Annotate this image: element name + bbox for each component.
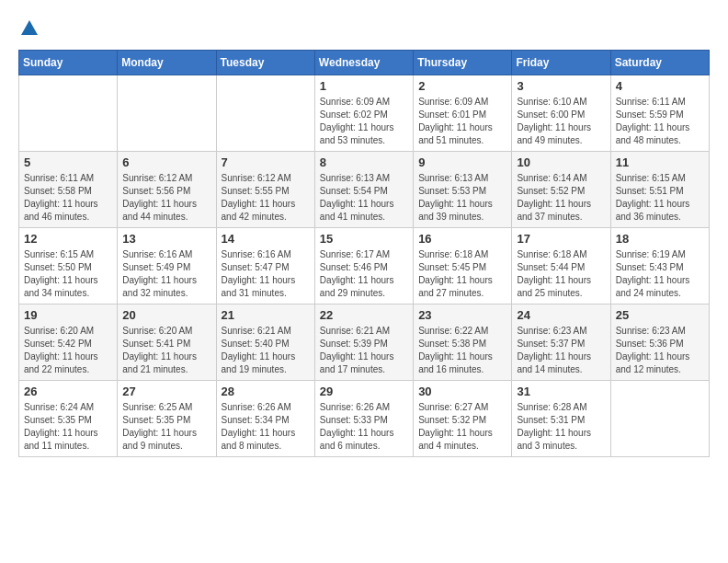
calendar-week-row: 5Sunrise: 6:11 AMSunset: 5:58 PMDaylight… — [19, 152, 710, 228]
day-number: 13 — [122, 232, 210, 246]
day-number: 15 — [320, 232, 408, 246]
svg-marker-0 — [21, 20, 38, 35]
calendar-cell: 20Sunrise: 6:20 AMSunset: 5:41 PMDayligh… — [118, 304, 216, 381]
calendar-week-row: 26Sunrise: 6:24 AMSunset: 5:35 PMDayligh… — [19, 381, 710, 457]
day-info: Sunrise: 6:09 AMSunset: 6:02 PMDaylight:… — [320, 96, 408, 147]
calendar-cell: 26Sunrise: 6:24 AMSunset: 5:35 PMDayligh… — [19, 381, 118, 457]
day-info: Sunrise: 6:13 AMSunset: 5:53 PMDaylight:… — [418, 172, 506, 224]
calendar-cell: 28Sunrise: 6:26 AMSunset: 5:34 PMDayligh… — [216, 381, 314, 457]
calendar-cell: 24Sunrise: 6:23 AMSunset: 5:37 PMDayligh… — [512, 304, 610, 381]
day-info: Sunrise: 6:13 AMSunset: 5:54 PMDaylight:… — [320, 172, 408, 224]
calendar-header-row: SundayMondayTuesdayWednesdayThursdayFrid… — [19, 51, 710, 75]
day-of-week-header: Saturday — [610, 51, 709, 75]
day-number: 26 — [24, 385, 112, 398]
day-number: 27 — [122, 385, 210, 398]
calendar-cell: 29Sunrise: 6:26 AMSunset: 5:33 PMDayligh… — [314, 381, 413, 457]
day-info: Sunrise: 6:17 AMSunset: 5:46 PMDaylight:… — [320, 248, 408, 300]
day-number: 9 — [418, 155, 506, 169]
calendar-cell: 7Sunrise: 6:12 AMSunset: 5:55 PMDaylight… — [216, 152, 314, 228]
calendar-cell: 27Sunrise: 6:25 AMSunset: 5:35 PMDayligh… — [118, 381, 216, 457]
day-number: 8 — [320, 155, 408, 169]
page-header — [18, 18, 710, 35]
calendar-cell: 12Sunrise: 6:15 AMSunset: 5:50 PMDayligh… — [19, 228, 118, 304]
calendar-cell: 23Sunrise: 6:22 AMSunset: 5:38 PMDayligh… — [414, 304, 512, 381]
day-number: 14 — [222, 232, 310, 246]
day-info: Sunrise: 6:21 AMSunset: 5:40 PMDaylight:… — [222, 325, 310, 376]
day-info: Sunrise: 6:15 AMSunset: 5:51 PMDaylight:… — [616, 172, 704, 224]
day-info: Sunrise: 6:23 AMSunset: 5:37 PMDaylight:… — [517, 325, 605, 376]
day-info: Sunrise: 6:12 AMSunset: 5:55 PMDaylight:… — [222, 172, 310, 224]
calendar-cell: 25Sunrise: 6:23 AMSunset: 5:36 PMDayligh… — [610, 304, 709, 381]
calendar-cell: 14Sunrise: 6:16 AMSunset: 5:47 PMDayligh… — [216, 228, 314, 304]
day-info: Sunrise: 6:26 AMSunset: 5:33 PMDaylight:… — [320, 401, 408, 453]
calendar-cell: 3Sunrise: 6:10 AMSunset: 6:00 PMDaylight… — [512, 75, 610, 152]
day-info: Sunrise: 6:28 AMSunset: 5:31 PMDaylight:… — [517, 401, 605, 453]
calendar-cell: 16Sunrise: 6:18 AMSunset: 5:45 PMDayligh… — [414, 228, 512, 304]
calendar-cell: 19Sunrise: 6:20 AMSunset: 5:42 PMDayligh… — [19, 304, 118, 381]
day-number: 24 — [517, 308, 605, 322]
calendar-cell: 15Sunrise: 6:17 AMSunset: 5:46 PMDayligh… — [314, 228, 413, 304]
day-info: Sunrise: 6:19 AMSunset: 5:43 PMDaylight:… — [616, 248, 704, 300]
day-info: Sunrise: 6:16 AMSunset: 5:49 PMDaylight:… — [122, 248, 210, 300]
day-number: 16 — [418, 232, 506, 246]
day-info: Sunrise: 6:11 AMSunset: 5:59 PMDaylight:… — [616, 96, 704, 147]
calendar-cell: 17Sunrise: 6:18 AMSunset: 5:44 PMDayligh… — [512, 228, 610, 304]
day-number: 20 — [122, 308, 210, 322]
day-info: Sunrise: 6:24 AMSunset: 5:35 PMDaylight:… — [24, 401, 112, 453]
calendar-week-row: 1Sunrise: 6:09 AMSunset: 6:02 PMDaylight… — [19, 75, 710, 152]
day-info: Sunrise: 6:20 AMSunset: 5:41 PMDaylight:… — [122, 325, 210, 376]
day-number: 4 — [616, 79, 704, 93]
day-number: 21 — [222, 308, 310, 322]
day-info: Sunrise: 6:15 AMSunset: 5:50 PMDaylight:… — [24, 248, 112, 300]
calendar-week-row: 12Sunrise: 6:15 AMSunset: 5:50 PMDayligh… — [19, 228, 710, 304]
day-number: 1 — [320, 79, 408, 93]
calendar-cell: 21Sunrise: 6:21 AMSunset: 5:40 PMDayligh… — [216, 304, 314, 381]
logo-icon — [19, 18, 40, 39]
day-of-week-header: Tuesday — [216, 51, 314, 75]
day-number: 6 — [122, 155, 210, 169]
calendar-cell: 13Sunrise: 6:16 AMSunset: 5:49 PMDayligh… — [118, 228, 216, 304]
calendar-cell: 8Sunrise: 6:13 AMSunset: 5:54 PMDaylight… — [314, 152, 413, 228]
day-info: Sunrise: 6:27 AMSunset: 5:32 PMDaylight:… — [418, 401, 506, 453]
calendar-cell: 30Sunrise: 6:27 AMSunset: 5:32 PMDayligh… — [414, 381, 512, 457]
calendar-week-row: 19Sunrise: 6:20 AMSunset: 5:42 PMDayligh… — [19, 304, 710, 381]
day-number: 23 — [418, 308, 506, 322]
day-info: Sunrise: 6:09 AMSunset: 6:01 PMDaylight:… — [418, 96, 506, 147]
day-number: 29 — [320, 385, 408, 398]
day-info: Sunrise: 6:10 AMSunset: 6:00 PMDaylight:… — [517, 96, 605, 147]
day-of-week-header: Wednesday — [314, 51, 413, 75]
day-info: Sunrise: 6:26 AMSunset: 5:34 PMDaylight:… — [222, 401, 310, 453]
calendar-cell: 31Sunrise: 6:28 AMSunset: 5:31 PMDayligh… — [512, 381, 610, 457]
day-number: 5 — [24, 155, 112, 169]
day-info: Sunrise: 6:25 AMSunset: 5:35 PMDaylight:… — [122, 401, 210, 453]
day-number: 19 — [24, 308, 112, 322]
day-number: 25 — [616, 308, 704, 322]
calendar-cell: 9Sunrise: 6:13 AMSunset: 5:53 PMDaylight… — [414, 152, 512, 228]
day-info: Sunrise: 6:18 AMSunset: 5:45 PMDaylight:… — [418, 248, 506, 300]
day-number: 10 — [517, 155, 605, 169]
calendar-cell: 2Sunrise: 6:09 AMSunset: 6:01 PMDaylight… — [414, 75, 512, 152]
calendar: SundayMondayTuesdayWednesdayThursdayFrid… — [18, 50, 710, 457]
calendar-cell: 22Sunrise: 6:21 AMSunset: 5:39 PMDayligh… — [314, 304, 413, 381]
day-number: 28 — [222, 385, 310, 398]
calendar-cell: 1Sunrise: 6:09 AMSunset: 6:02 PMDaylight… — [314, 75, 413, 152]
calendar-cell: 11Sunrise: 6:15 AMSunset: 5:51 PMDayligh… — [610, 152, 709, 228]
calendar-cell: 6Sunrise: 6:12 AMSunset: 5:56 PMDaylight… — [118, 152, 216, 228]
calendar-cell: 5Sunrise: 6:11 AMSunset: 5:58 PMDaylight… — [19, 152, 118, 228]
day-info: Sunrise: 6:18 AMSunset: 5:44 PMDaylight:… — [517, 248, 605, 300]
day-info: Sunrise: 6:12 AMSunset: 5:56 PMDaylight:… — [122, 172, 210, 224]
calendar-cell — [118, 75, 216, 152]
day-of-week-header: Sunday — [19, 51, 118, 75]
calendar-cell — [19, 75, 118, 152]
day-number: 11 — [616, 155, 704, 169]
day-number: 2 — [418, 79, 506, 93]
day-number: 3 — [517, 79, 605, 93]
day-number: 12 — [24, 232, 112, 246]
day-number: 22 — [320, 308, 408, 322]
day-info: Sunrise: 6:20 AMSunset: 5:42 PMDaylight:… — [24, 325, 112, 376]
logo — [18, 18, 40, 35]
day-number: 7 — [222, 155, 310, 169]
day-of-week-header: Monday — [118, 51, 216, 75]
day-number: 30 — [418, 385, 506, 398]
day-info: Sunrise: 6:23 AMSunset: 5:36 PMDaylight:… — [616, 325, 704, 376]
